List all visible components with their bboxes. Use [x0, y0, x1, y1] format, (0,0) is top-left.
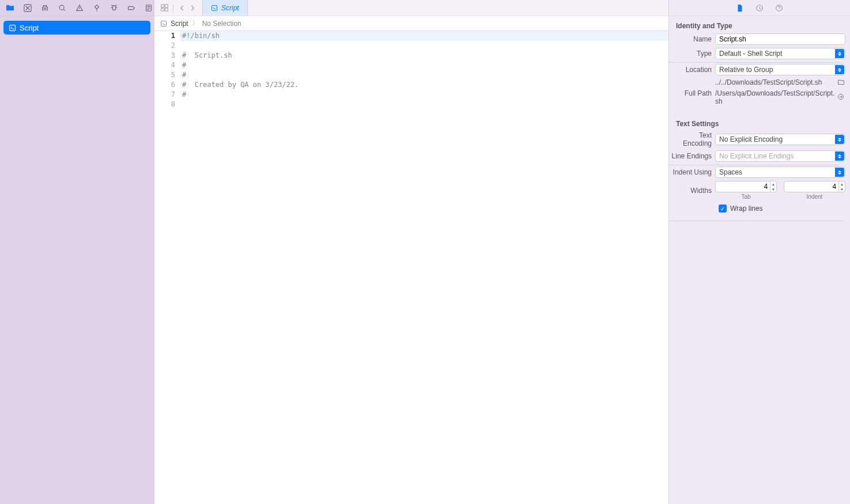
navigator-panel: Script: [0, 0, 154, 504]
folder-icon[interactable]: [6, 3, 14, 13]
choose-folder-icon[interactable]: [837, 78, 845, 86]
select-caret-icon: [835, 168, 844, 177]
issues-icon[interactable]: [75, 3, 84, 13]
breakpoints-icon[interactable]: [127, 3, 135, 13]
stepper-down-icon[interactable]: ▼: [770, 187, 776, 192]
field-label: Name: [669, 35, 715, 43]
code-line[interactable]: #: [180, 90, 668, 100]
tab-width-stepper[interactable]: ▲▼: [715, 181, 777, 192]
svg-rect-4: [161, 5, 164, 7]
navigator-file-item[interactable]: Script: [3, 21, 150, 35]
jumpbar-item[interactable]: No Selection: [202, 20, 241, 28]
editor-tab[interactable]: Script: [202, 0, 248, 16]
field-label: Type: [669, 50, 715, 58]
indent-width-input[interactable]: [784, 181, 839, 192]
field-label: Line Endings: [669, 152, 715, 160]
code-line[interactable]: # Script.sh: [180, 51, 668, 60]
shell-file-icon: [160, 20, 167, 27]
svg-rect-3: [9, 25, 15, 31]
code-line[interactable]: # Created by QA on 3/23/22.: [180, 80, 668, 90]
search-icon[interactable]: [58, 3, 66, 13]
field-label: Full Path: [669, 89, 715, 97]
field-label: Widths: [669, 187, 715, 195]
code-line[interactable]: #!/bin/sh: [180, 31, 668, 41]
code-line[interactable]: #: [180, 60, 668, 70]
help-tab-icon[interactable]: [775, 3, 784, 13]
indent-width-stepper[interactable]: ▲▼: [784, 181, 845, 192]
navigator-toolbar: [0, 0, 154, 16]
sublabel: Indent: [807, 194, 823, 200]
navigator-tree: Script: [0, 16, 154, 39]
code-editor[interactable]: 12345678 #!/bin/sh # Script.sh # # # Cre…: [154, 31, 668, 504]
shell-file-icon: [8, 24, 16, 32]
svg-rect-6: [161, 8, 164, 11]
text-encoding-select[interactable]: No Explicit Encoding: [715, 134, 845, 145]
jumpbar-item[interactable]: Script: [171, 20, 188, 28]
name-input[interactable]: [715, 33, 845, 45]
field-label: Indent Using: [669, 168, 715, 176]
location-select[interactable]: Relative to Group: [715, 64, 845, 75]
inspector-tabs: [669, 0, 850, 16]
svg-rect-5: [165, 5, 168, 7]
code-line[interactable]: [180, 41, 668, 51]
editor-area: Script Script 〉 No Selection 12345678 #!…: [154, 0, 668, 504]
editor-tabbar: Script: [154, 0, 668, 16]
stepper-down-icon[interactable]: ▼: [839, 187, 845, 192]
sublabel: Tab: [741, 194, 750, 200]
wrap-lines-checkbox[interactable]: ✓: [719, 204, 727, 213]
history-tab-icon[interactable]: [755, 3, 764, 13]
jump-bar[interactable]: Script 〉 No Selection: [154, 16, 668, 31]
svg-point-1: [59, 5, 64, 10]
stepper-up-icon[interactable]: ▲: [770, 181, 776, 187]
field-label: Location: [669, 66, 715, 74]
code-line[interactable]: #: [180, 70, 668, 80]
indent-using-select[interactable]: Spaces: [715, 166, 845, 178]
select-caret-icon: [835, 151, 844, 161]
section-title: Identity and Type: [669, 16, 850, 33]
related-items-icon[interactable]: [160, 4, 168, 12]
line-gutter: 12345678: [154, 31, 180, 504]
location-path: ../../Downloads/TestScript/Script.sh: [715, 78, 835, 86]
select-caret-icon: [835, 135, 844, 144]
tests-icon[interactable]: [93, 3, 101, 13]
nav-back-icon[interactable]: [178, 4, 186, 12]
debug-icon[interactable]: [110, 3, 118, 13]
reveal-arrow-icon[interactable]: [837, 93, 845, 101]
chevron-right-icon: 〉: [192, 18, 199, 28]
full-path-value: /Users/qa/Downloads/TestScript/Script.sh: [715, 89, 835, 105]
svg-rect-9: [161, 21, 167, 26]
nav-forward-icon[interactable]: [188, 4, 197, 12]
symbols-icon[interactable]: [41, 3, 49, 13]
field-label: Text Encoding: [669, 131, 715, 147]
svg-rect-7: [165, 8, 168, 11]
navigator-item-label: Script: [20, 24, 39, 32]
code-line[interactable]: [180, 100, 668, 109]
source-control-icon[interactable]: [24, 3, 32, 13]
inspector-panel: Identity and Type Name Type Default - Sh…: [668, 0, 850, 504]
tab-width-input[interactable]: [715, 181, 770, 192]
tab-label: Script: [221, 4, 239, 12]
type-select[interactable]: Default - Shell Script: [715, 48, 845, 59]
code-content[interactable]: #!/bin/sh # Script.sh # # # Created by Q…: [180, 31, 668, 504]
svg-rect-8: [212, 5, 217, 10]
stepper-up-icon[interactable]: ▲: [839, 181, 845, 187]
section-title: Text Settings: [669, 114, 850, 131]
shell-file-icon: [211, 5, 218, 12]
reports-icon[interactable]: [145, 3, 153, 13]
select-caret-icon: [835, 49, 844, 58]
select-caret-icon: [835, 65, 844, 74]
file-inspector-tab-icon[interactable]: [735, 3, 745, 13]
checkbox-label: Wrap lines: [730, 204, 762, 213]
line-endings-select[interactable]: No Explicit Line Endings: [715, 150, 845, 162]
